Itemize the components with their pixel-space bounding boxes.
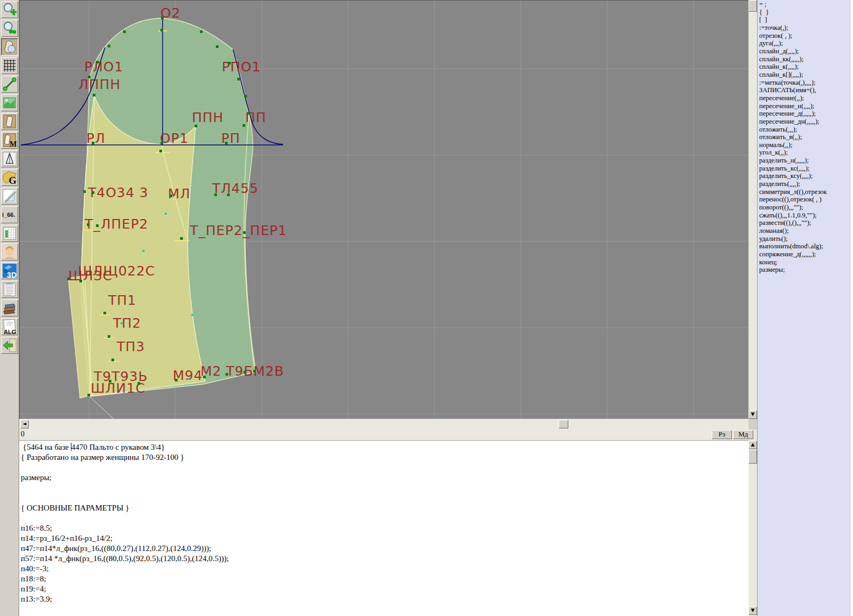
view-piece-button[interactable] <box>1 38 18 55</box>
grid-button[interactable] <box>1 57 18 74</box>
status-bar: 0 Рз Мд <box>19 429 757 440</box>
sidebar-command[interactable]: выполнить(dmod\.alg); <box>758 242 853 250</box>
sidebar-command[interactable]: разделить_н(,,,,,); <box>758 157 853 165</box>
pattern-label: Т_ПЕР2_ПЕР1 <box>190 224 287 237</box>
editor-line <box>21 493 749 503</box>
point-marker <box>87 223 90 226</box>
point-marker <box>227 193 230 196</box>
pattern-label: Т4О34 3 <box>88 187 149 199</box>
scroll-left-icon[interactable]: ◄ <box>20 420 29 428</box>
sidebar-command[interactable]: перенос((),отрезок( , ) <box>758 196 853 204</box>
sidebar-command[interactable]: [ ] <box>758 16 853 24</box>
sidebar-command[interactable]: отрезок( , ); <box>758 32 853 40</box>
sidebar-command[interactable]: конец; <box>758 258 853 266</box>
scroll-down-icon[interactable]: ▼ <box>749 410 757 419</box>
sidebar-command[interactable]: = ; <box>758 1 853 9</box>
sidebar-command[interactable]: симметрия_л((),отрезок <box>758 188 853 196</box>
editor-line: { Разработано на размер женщины 170-92-1… <box>21 452 749 463</box>
editor-line: п19:=4; <box>21 584 749 594</box>
pattern-label: ШЛЗС <box>68 270 112 282</box>
sidebar-command[interactable]: сплайн_д(,,,,); <box>758 47 853 55</box>
sidebar-command[interactable]: ЗАПИСАТЬ(имя=(), <box>758 86 853 94</box>
sidebar-command[interactable]: отложить(,,,); <box>758 126 853 134</box>
segment-button[interactable] <box>1 76 18 93</box>
toolbar: MGi_66.3DALG <box>0 0 19 616</box>
md-button[interactable]: Мд <box>733 430 753 439</box>
editor-line: размеры; <box>21 473 749 483</box>
point-marker <box>161 17 164 19</box>
point-marker-teal <box>165 213 167 215</box>
photo-button[interactable] <box>1 244 18 261</box>
point-marker <box>243 124 245 127</box>
sidebar-command[interactable]: разделить_ксу(,,,,); <box>758 172 853 180</box>
sidebar-command[interactable]: отложить_в(,,); <box>758 133 853 141</box>
sidebar-command[interactable]: угол_к(,,); <box>758 149 853 157</box>
editor-line: п16:=8.5; <box>21 523 749 533</box>
alg-button[interactable]: ALG <box>1 318 18 335</box>
sidebar-command[interactable]: :=точка(,); <box>758 24 853 32</box>
point-marker-teal <box>191 314 194 316</box>
sidebar-command[interactable]: пересечение_н(,,,,); <box>758 102 853 110</box>
point-marker <box>79 280 82 282</box>
hscroll-thumb[interactable] <box>559 420 568 428</box>
editor-line: п14:=рз_16/2+п16-рз_14/2; <box>21 533 749 544</box>
point-marker <box>159 150 162 152</box>
sidebar-command[interactable]: размеры; <box>758 266 853 274</box>
piece-preview-button[interactable] <box>1 113 18 130</box>
app-window: { "colors": { "canvas_bg": "#878787", "m… <box>0 0 853 616</box>
sidebar-command[interactable]: разделить(,,,,); <box>758 180 853 188</box>
sidebar-command[interactable]: сопряжение_д(,,,,,,); <box>758 250 853 258</box>
3d-button[interactable]: 3D <box>1 262 18 279</box>
table-button[interactable] <box>1 225 18 242</box>
canvas-vscrollbar[interactable]: ▲ ▼ <box>749 0 757 419</box>
point-marker <box>160 29 163 31</box>
point-marker <box>92 142 94 144</box>
sidebar-command[interactable]: { } <box>758 9 853 17</box>
editor-line: п40:=-3; <box>21 564 749 574</box>
point-marker <box>244 95 247 98</box>
measure-button[interactable] <box>1 150 18 167</box>
zoom-in-button[interactable] <box>1 1 18 18</box>
doc-list-button[interactable] <box>1 281 18 298</box>
pattern-canvas[interactable]: О2РЛО1ЛППНРПО1ППНППРЛОР1РПТ4О34 3МЛТЛ455… <box>19 0 749 419</box>
exit-button[interactable] <box>1 337 18 354</box>
sidebar-command[interactable]: :=метка(точка(,),,,,); <box>758 79 853 87</box>
sidebar-command[interactable]: нормаль(,,); <box>758 141 853 149</box>
pattern-label: ТЛ455 <box>212 182 259 195</box>
sidebar-command[interactable]: пересечение(,,); <box>758 94 853 102</box>
piece-m-button[interactable]: M <box>1 132 18 149</box>
point-marker-teal <box>187 378 189 380</box>
books-button[interactable] <box>1 299 18 317</box>
program-editor[interactable]: {5464 на базе 4470 Пальто с рукавом 3\4}… <box>19 440 749 616</box>
scroll-up-icon[interactable]: ▲ <box>749 441 757 449</box>
vscroll-thumb[interactable] <box>749 450 757 464</box>
scroll-down-icon[interactable]: ▼ <box>749 606 757 615</box>
point-marker <box>108 45 110 47</box>
ruler-button[interactable] <box>1 188 18 205</box>
rz-button[interactable]: Рз <box>712 430 732 439</box>
sidebar-command[interactable]: поворот((),,,""); <box>758 204 853 212</box>
point-marker <box>170 194 172 197</box>
editor-line: п18:=8; <box>21 574 749 584</box>
sidebar-command[interactable]: сплайн_кк(,,,,,); <box>758 55 853 63</box>
sidebar-command[interactable]: дуга(,,,); <box>758 39 853 47</box>
point-marker <box>237 78 240 80</box>
i66-button[interactable]: i_66. <box>1 206 18 223</box>
sidebar-command[interactable]: пересечение_дн(,,,,,); <box>758 118 853 126</box>
sidebar-command[interactable]: сплайн_к[](,,,,); <box>758 71 853 79</box>
sidebar-command[interactable]: ломаная(); <box>758 227 853 235</box>
sidebar-command[interactable]: пересечение_д(,,,,,); <box>758 110 853 118</box>
zoom-out-button[interactable] <box>1 20 18 37</box>
picture-button[interactable] <box>1 94 18 111</box>
editor-vscrollbar[interactable]: ▲ ▼ <box>749 440 757 616</box>
sidebar-command[interactable]: сжать((),,,1.1,0.9,""); <box>758 212 853 220</box>
sidebar-command[interactable]: разделить_кс(,,,,); <box>758 165 853 173</box>
sidebar-command[interactable]: развести((),(),,,""); <box>758 219 853 227</box>
vscroll-thumb[interactable] <box>749 0 757 12</box>
canvas-hscrollbar[interactable]: ◄ <box>19 419 749 429</box>
sidebar-command[interactable]: удалить(); <box>758 235 853 243</box>
point-marker <box>216 45 219 48</box>
g-tool-button[interactable]: G <box>1 169 18 186</box>
sidebar-command[interactable]: сплайн_к(,,,,); <box>758 63 853 71</box>
point-marker <box>67 278 70 280</box>
